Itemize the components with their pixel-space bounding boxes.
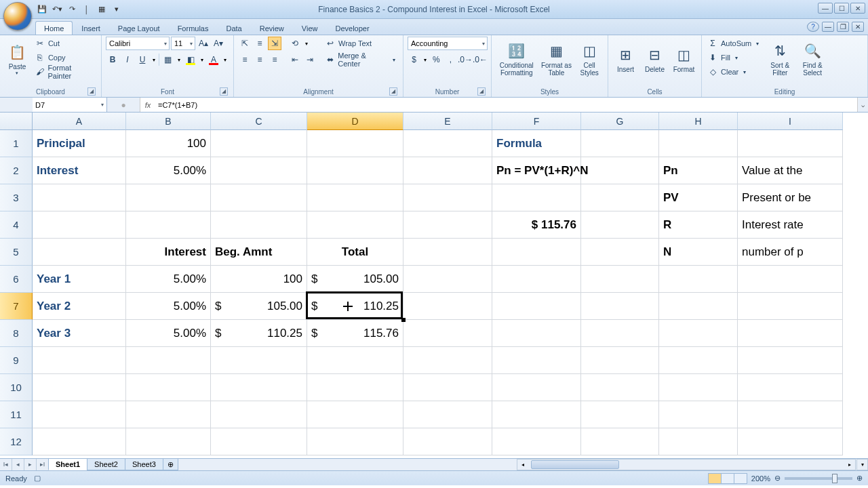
font-size-combo[interactable]: 11: [171, 37, 195, 50]
align-top-icon[interactable]: ⇱: [238, 37, 252, 50]
cell-I6[interactable]: [738, 266, 843, 293]
sort-filter-button[interactable]: ⇅Sort & Filter: [765, 37, 795, 81]
row-header-8[interactable]: 8: [0, 320, 33, 347]
cell-C11[interactable]: [211, 401, 307, 428]
cell-E10[interactable]: [403, 374, 492, 401]
fill-color-button[interactable]: ◧: [184, 53, 197, 66]
cell-C12[interactable]: [211, 428, 307, 455]
cell-B1[interactable]: 100: [126, 130, 211, 157]
cell-C10[interactable]: [211, 374, 307, 401]
cell-G3[interactable]: [581, 184, 659, 211]
row-header-9[interactable]: 9: [0, 347, 33, 374]
col-header-E[interactable]: E: [403, 113, 492, 130]
cell-C4[interactable]: [211, 211, 307, 239]
cell-H3[interactable]: PV: [659, 184, 738, 211]
decrease-indent-icon[interactable]: ⇤: [288, 53, 302, 66]
align-right-icon[interactable]: ≡: [268, 53, 281, 66]
cell-I12[interactable]: [738, 428, 843, 455]
cell-C6[interactable]: 100: [211, 266, 307, 293]
cell-G9[interactable]: [581, 347, 659, 374]
cell-B9[interactable]: [126, 347, 211, 374]
qat-redo-icon[interactable]: ↷: [65, 3, 79, 16]
sheet-tab-sheet2[interactable]: Sheet2: [87, 459, 125, 470]
sheet-nav-prev[interactable]: ◂: [12, 459, 24, 470]
align-bottom-icon[interactable]: ⇲: [268, 37, 281, 50]
font-name-combo[interactable]: Calibri: [106, 37, 170, 50]
tab-home[interactable]: Home: [35, 21, 73, 35]
sheet-nav-next[interactable]: ▸: [24, 459, 37, 470]
cell-C3[interactable]: [211, 184, 307, 211]
zoom-out-button[interactable]: ⊖: [774, 474, 781, 483]
format-as-table-button[interactable]: ▦Format as Table: [540, 37, 573, 81]
cell-E5[interactable]: [403, 239, 492, 266]
format-cells-button[interactable]: ◫Format: [671, 37, 697, 81]
cell-I3[interactable]: Present or be: [738, 184, 843, 211]
cell-G7[interactable]: [581, 293, 659, 320]
number-format-combo[interactable]: Accounting: [408, 37, 488, 50]
cell-F2[interactable]: Pn = PV*(1+R)^N: [492, 157, 581, 184]
decrease-decimal-icon[interactable]: .0←: [473, 53, 487, 66]
close-button[interactable]: ✕: [850, 3, 865, 14]
cell-A9[interactable]: [33, 347, 126, 374]
insert-cells-button[interactable]: ⊞Insert: [612, 37, 639, 81]
select-all-corner[interactable]: [0, 113, 33, 130]
paste-button[interactable]: 📋 Paste▾: [4, 37, 31, 81]
cell-B10[interactable]: [126, 374, 211, 401]
find-select-button[interactable]: 🔍Find & Select: [797, 37, 827, 81]
row-header-7[interactable]: 7: [0, 293, 33, 320]
sheet-nav-last[interactable]: ▸I: [37, 459, 49, 470]
cell-E11[interactable]: [403, 401, 492, 428]
font-launcher[interactable]: ◢: [220, 87, 228, 96]
zoom-in-button[interactable]: ⊕: [856, 474, 863, 483]
comma-format-icon[interactable]: ,: [444, 53, 457, 66]
zoom-slider[interactable]: [785, 477, 852, 480]
alignment-launcher[interactable]: ◢: [389, 87, 397, 96]
col-header-A[interactable]: A: [33, 113, 126, 130]
cell-F7[interactable]: [492, 293, 581, 320]
cell-C1[interactable]: [211, 130, 307, 157]
help-icon[interactable]: ?: [807, 22, 819, 32]
fill-handle[interactable]: [401, 318, 406, 322]
cell-C8[interactable]: $110.25: [211, 320, 307, 347]
cell-H6[interactable]: [659, 266, 738, 293]
cell-I2[interactable]: Value at the: [738, 157, 843, 184]
cell-D8[interactable]: $115.76: [307, 320, 403, 347]
vscroll-down[interactable]: ▾: [856, 459, 868, 470]
fill-button[interactable]: ⬇Fill▾: [706, 51, 762, 64]
row-header-1[interactable]: 1: [0, 130, 33, 157]
maximize-button[interactable]: ☐: [834, 3, 849, 14]
increase-decimal-icon[interactable]: .0→: [458, 53, 472, 66]
row-header-11[interactable]: 11: [0, 401, 33, 428]
cell-E8[interactable]: [403, 320, 492, 347]
cell-D4[interactable]: [307, 211, 403, 239]
cell-A1[interactable]: Principal: [33, 130, 126, 157]
increase-indent-icon[interactable]: ⇥: [303, 53, 317, 66]
cell-H12[interactable]: [659, 428, 738, 455]
col-header-C[interactable]: C: [211, 113, 307, 130]
page-layout-view-button[interactable]: [721, 473, 734, 484]
col-header-G[interactable]: G: [581, 113, 659, 130]
cell-A7[interactable]: Year 2: [33, 293, 126, 320]
cell-D1[interactable]: [307, 130, 403, 157]
cell-C5[interactable]: Beg. Amnt: [211, 239, 307, 266]
cell-H9[interactable]: [659, 347, 738, 374]
cell-I8[interactable]: [738, 320, 843, 347]
cell-G1[interactable]: [581, 130, 659, 157]
cell-H1[interactable]: [659, 130, 738, 157]
cell-I7[interactable]: [738, 293, 843, 320]
clear-button[interactable]: ◇Clear▾: [706, 65, 762, 79]
cell-D9[interactable]: [307, 347, 403, 374]
cell-styles-button[interactable]: ◫Cell Styles: [575, 37, 604, 81]
percent-format-icon[interactable]: %: [430, 53, 443, 66]
row-header-10[interactable]: 10: [0, 374, 33, 401]
cell-I10[interactable]: [738, 374, 843, 401]
workbook-minimize[interactable]: —: [822, 22, 834, 32]
orientation-icon[interactable]: ⟲: [288, 37, 302, 50]
cell-I1[interactable]: [738, 130, 843, 157]
fx-button[interactable]: fx: [140, 101, 155, 109]
cell-B8[interactable]: 5.00%: [126, 320, 211, 347]
cell-F4[interactable]: $ 115.76: [492, 211, 581, 239]
tab-view[interactable]: View: [293, 21, 327, 35]
copy-button[interactable]: ⎘Copy: [33, 51, 97, 64]
zoom-thumb[interactable]: [832, 474, 837, 483]
